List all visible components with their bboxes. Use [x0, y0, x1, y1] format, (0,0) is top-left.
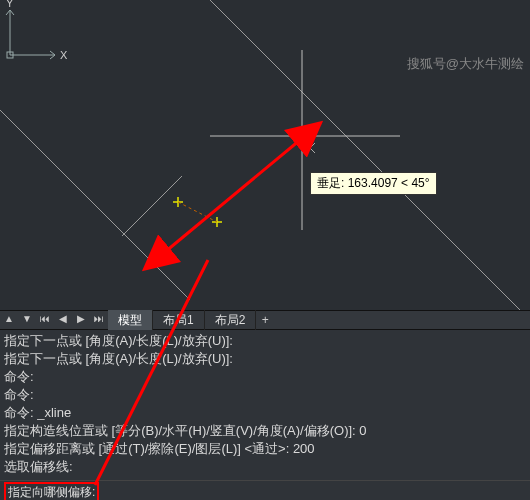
- cmd-line: 指定偏移距离或 [通过(T)/擦除(E)/图层(L)] <通过>: 200: [4, 440, 526, 458]
- tab-layout1[interactable]: 布局1: [153, 310, 205, 331]
- tab-layout2[interactable]: 布局2: [205, 310, 257, 331]
- watermark-text: 搜狐号@大水牛测绘: [407, 55, 524, 73]
- tab-nav-down[interactable]: ▼: [19, 312, 35, 328]
- cmd-line: 指定构造线位置或 [等分(B)/水平(H)/竖直(V)/角度(A)/偏移(O)]…: [4, 422, 526, 440]
- canvas-geometry: [0, 0, 530, 310]
- tab-nav-next[interactable]: ▶: [73, 312, 89, 328]
- cmd-line: 选取偏移线:: [4, 458, 526, 476]
- rubber-band: [178, 202, 217, 222]
- tooltip-value: 163.4097 < 45°: [348, 176, 430, 190]
- pick-marker: [305, 143, 315, 153]
- tab-nav-up[interactable]: ▲: [1, 312, 17, 328]
- command-history[interactable]: 指定下一点或 [角度(A)/长度(L)/放弃(U)]: 指定下一点或 [角度(A…: [0, 330, 530, 480]
- cmd-line: 指定下一点或 [角度(A)/长度(L)/放弃(U)]:: [4, 332, 526, 350]
- cmd-line: 指定下一点或 [角度(A)/长度(L)/放弃(U)]:: [4, 350, 526, 368]
- cmd-line: 命令: _xline: [4, 404, 526, 422]
- xline-2: [0, 110, 190, 300]
- layout-tabstrip: ▲ ▼ ⏮ ◀ ▶ ⏭ 模型 布局1 布局2 +: [0, 310, 530, 330]
- cmd-line: 命令:: [4, 368, 526, 386]
- xline-1: [210, 0, 530, 310]
- tab-add[interactable]: +: [256, 313, 274, 327]
- tab-nav-last[interactable]: ⏭: [91, 312, 107, 328]
- drawing-canvas[interactable]: 垂足: 163.4097 < 45° 搜狐号@大水牛测绘 X Y: [0, 0, 530, 310]
- cmd-line: 命令:: [4, 386, 526, 404]
- short-line: [122, 176, 182, 236]
- tab-model[interactable]: 模型: [108, 310, 153, 331]
- snap-tooltip: 垂足: 163.4097 < 45°: [310, 172, 437, 195]
- tab-nav-prev[interactable]: ◀: [55, 312, 71, 328]
- tab-nav-first[interactable]: ⏮: [37, 312, 53, 328]
- command-prompt: 指定向哪侧偏移:: [4, 482, 99, 500]
- command-input-line[interactable]: 指定向哪侧偏移:: [0, 480, 530, 500]
- tooltip-label: 垂足: [317, 176, 341, 190]
